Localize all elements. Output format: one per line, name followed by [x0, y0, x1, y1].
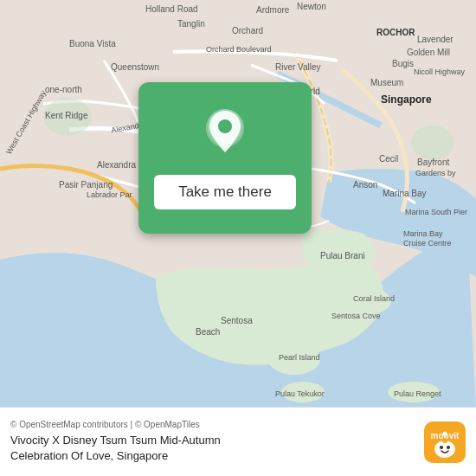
- map-label-pasir: Pasir Panjang: [59, 180, 113, 190]
- map-label-marinabay2: Marina Bay: [403, 229, 443, 238]
- map-label-renget: Pulau Renget: [394, 389, 441, 398]
- map-label-sentosa: Sentosa: [221, 316, 253, 325]
- map-label-queenstown: Queenstown: [111, 62, 159, 72]
- map-label-pearl: Pearl Island: [279, 353, 320, 362]
- map-label-newton: Newton: [297, 2, 326, 11]
- map-label-labradorpar: Labrador Par: [87, 190, 132, 199]
- map-label-rochor: ROCHOR: [376, 28, 415, 37]
- map-label-onenorth: one-north: [45, 85, 82, 94]
- map-label-sentosacove: Sentosa Cove: [331, 312, 381, 320]
- map-label-singapore: Singapore: [381, 93, 432, 106]
- svg-point-15: [447, 446, 450, 449]
- take-me-there-button[interactable]: Take me there: [154, 175, 296, 209]
- svg-point-7: [411, 125, 454, 160]
- map-label-golden: Golden Mill: [407, 48, 450, 57]
- map-label-marinabay: Marina Bay: [383, 189, 427, 198]
- map-label-kentridge: Kent Ridge: [45, 111, 87, 120]
- map-label-buona: Buona Vista: [69, 39, 116, 48]
- map-label-tanglin: Tanglin: [177, 19, 205, 29]
- location-card: Take me there: [138, 82, 312, 234]
- map-label-bugis: Bugis: [392, 59, 414, 68]
- map-label-orchblvd: Orchard Boulevard: [206, 45, 272, 54]
- map-label-orchard: Orchard: [232, 26, 263, 35]
- svg-point-10: [218, 119, 232, 133]
- map-label-nicoll: Nicoll Highway: [414, 68, 465, 76]
- map-label-coral: Coral Island: [353, 294, 395, 303]
- svg-point-18: [443, 431, 447, 435]
- map-label-cruise: Cruise Centre: [403, 239, 452, 248]
- map-label-ardmore: Ardmore: [256, 5, 289, 15]
- bottom-text: © OpenStreetMap contributors | © OpenMap…: [10, 420, 414, 464]
- map-label-holland: Holland Road: [145, 4, 198, 14]
- map-container: Newton Holland Road Ardmore Tanglin Orch…: [0, 0, 476, 407]
- map-label-marina-south: Marina South Pier: [405, 208, 467, 216]
- map-label-pulaubrani: Pulau Brani: [320, 251, 365, 261]
- moovit-logo: moovit: [424, 421, 466, 463]
- bottom-bar: © OpenStreetMap contributors | © OpenMap…: [0, 407, 476, 476]
- map-label-anson: Anson: [353, 180, 377, 190]
- map-label-alexandra: Alexandra: [97, 160, 136, 170]
- svg-point-16: [442, 438, 447, 443]
- map-label-tekukor: Pulau Tekukor: [275, 389, 325, 398]
- map-label-beach: Beach: [196, 327, 220, 337]
- svg-point-14: [440, 446, 443, 449]
- map-label-museum: Museum: [370, 78, 403, 87]
- moovit-icon: moovit: [424, 421, 466, 463]
- map-label-lavender: Lavender: [417, 35, 453, 44]
- map-label-bayfront: Bayfront: [417, 158, 449, 167]
- map-label-cecil: Cecil: [379, 154, 398, 164]
- map-label-gardens: Gardens by: [415, 169, 456, 177]
- place-name: Vivocity X Disney Tsum Tsum Mid-AutumnCe…: [10, 433, 414, 464]
- map-attribution: © OpenStreetMap contributors | © OpenMap…: [10, 420, 414, 429]
- location-pin-icon: [203, 107, 248, 161]
- map-label-rivervalley: River Valley: [275, 62, 321, 72]
